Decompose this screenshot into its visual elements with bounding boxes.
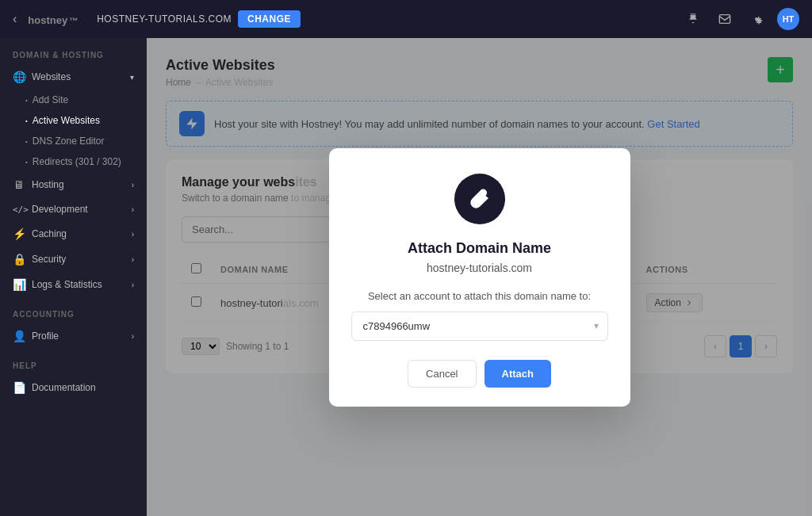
modal-select-wrap: c7894966umw ▾: [351, 312, 608, 341]
caching-icon: ⚡: [13, 227, 25, 240]
sidebar-item-label: Security: [32, 254, 66, 265]
mail-icon[interactable]: [714, 8, 736, 30]
change-button[interactable]: CHANGE: [238, 10, 301, 28]
topbar-domain: HOSTNEY-TUTORIALS.COM: [97, 13, 232, 25]
sidebar-item-label: Websites: [32, 71, 71, 82]
main-content: Active Websites Home → Active Websites +…: [147, 38, 812, 516]
user-avatar[interactable]: HT: [777, 8, 799, 30]
modal-icon: [454, 174, 505, 224]
sidebar-section-help: HELP 📄 Documentation: [0, 349, 147, 400]
sidebar-item-label: Hosting: [32, 179, 64, 190]
sidebar-item-label: Development: [32, 204, 88, 215]
modal-dialog: Attach Domain Name hostney-tutorials.com…: [329, 148, 630, 407]
topbar: ‹ hostney™ HOSTNEY-TUTORIALS.COM CHANGE …: [0, 0, 812, 38]
modal-actions: Cancel Attach: [351, 360, 608, 388]
modal-description: Select an account to attach this domain …: [351, 290, 608, 302]
topbar-icons: HT: [682, 8, 799, 30]
sidebar-item-active-websites[interactable]: Active Websites: [25, 110, 147, 131]
sidebar-item-profile[interactable]: 👤 Profile ›: [0, 323, 147, 349]
svg-rect-0: [719, 15, 730, 24]
sidebar-item-label: Logs & Statistics: [32, 279, 102, 290]
attach-button[interactable]: Attach: [485, 360, 551, 388]
chevron-icon: ›: [132, 230, 134, 239]
back-icon[interactable]: ‹: [13, 12, 17, 26]
app-container: ‹ hostney™ HOSTNEY-TUTORIALS.COM CHANGE …: [0, 0, 812, 516]
sidebar-item-dns[interactable]: DNS Zone Editor: [25, 131, 147, 151]
modal-domain: hostney-tutorials.com: [351, 262, 608, 274]
section-label-accounting: ACCOUNTING: [0, 297, 147, 323]
profile-icon: 👤: [13, 330, 25, 342]
websites-icon: 🌐: [13, 71, 25, 83]
hosting-icon: 🖥: [13, 178, 25, 191]
logo: hostney™: [26, 11, 78, 28]
cancel-button[interactable]: Cancel: [408, 360, 476, 388]
settings-icon[interactable]: [745, 8, 768, 30]
sidebar-item-logs[interactable]: 📊 Logs & Statistics ›: [0, 272, 147, 297]
sidebar-item-development[interactable]: </> Development ›: [0, 197, 147, 221]
sidebar: DOMAIN & HOSTING 🌐 Websites ▾ Add Site A…: [0, 38, 147, 516]
chevron-icon: ›: [132, 181, 134, 189]
sidebar-item-caching[interactable]: ⚡ Caching ›: [0, 221, 147, 247]
sidebar-section-accounting: ACCOUNTING 👤 Profile ›: [0, 297, 147, 349]
sidebar-section-domain: DOMAIN & HOSTING 🌐 Websites ▾ Add Site A…: [0, 38, 147, 297]
logs-icon: 📊: [13, 278, 25, 291]
modal-title: Attach Domain Name: [351, 240, 608, 257]
security-icon: 🔒: [13, 253, 25, 266]
chevron-icon: ›: [132, 255, 134, 264]
sidebar-item-websites[interactable]: 🌐 Websites ▾: [0, 64, 147, 90]
section-label-domain: DOMAIN & HOSTING: [0, 38, 147, 64]
chevron-icon: ›: [132, 205, 134, 214]
section-label-help: HELP: [0, 349, 147, 375]
sidebar-item-label: Profile: [32, 331, 59, 342]
account-select[interactable]: c7894966umw: [351, 312, 608, 341]
modal-overlay: Attach Domain Name hostney-tutorials.com…: [147, 38, 812, 516]
sidebar-item-hosting[interactable]: 🖥 Hosting ›: [0, 172, 147, 197]
main-area: DOMAIN & HOSTING 🌐 Websites ▾ Add Site A…: [0, 38, 812, 516]
sidebar-submenu-websites: Add Site Active Websites DNS Zone Editor…: [0, 90, 147, 172]
sidebar-item-label: Documentation: [32, 382, 96, 393]
chevron-icon: ›: [132, 332, 134, 341]
sidebar-item-redirects[interactable]: Redirects (301 / 302): [25, 151, 147, 172]
sidebar-item-add-site[interactable]: Add Site: [25, 90, 147, 110]
chevron-icon: ›: [132, 281, 134, 289]
sidebar-item-documentation[interactable]: 📄 Documentation: [0, 375, 147, 400]
sidebar-item-security[interactable]: 🔒 Security ›: [0, 247, 147, 272]
documentation-icon: 📄: [13, 381, 25, 394]
chevron-icon: ▾: [130, 73, 134, 82]
sidebar-item-label: Caching: [32, 228, 67, 239]
pin-icon[interactable]: [682, 8, 704, 30]
development-icon: </>: [13, 204, 25, 215]
